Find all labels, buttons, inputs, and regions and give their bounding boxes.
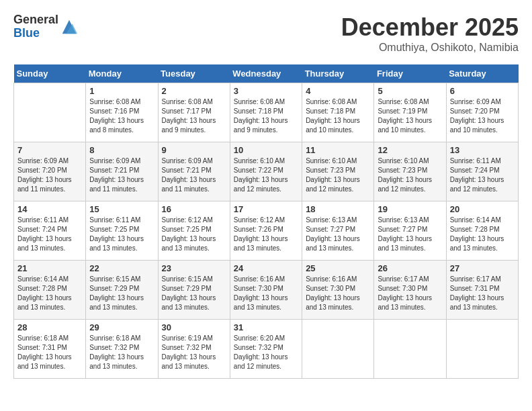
day-number: 20 <box>450 204 515 214</box>
day-info: Sunrise: 6:09 AMSunset: 7:20 PMDaylight:… <box>450 97 515 135</box>
day-info: Sunrise: 6:08 AMSunset: 7:16 PMDaylight:… <box>89 97 154 135</box>
day-info: Sunrise: 6:09 AMSunset: 7:21 PMDaylight:… <box>162 156 226 194</box>
day-info: Sunrise: 6:08 AMSunset: 7:19 PMDaylight:… <box>378 97 442 135</box>
calendar-cell: 29Sunrise: 6:18 AMSunset: 7:32 PMDayligh… <box>86 320 158 379</box>
calendar-cell: 7Sunrise: 6:09 AMSunset: 7:20 PMDaylight… <box>14 142 86 201</box>
calendar-cell: 12Sunrise: 6:10 AMSunset: 7:23 PMDayligh… <box>374 142 446 201</box>
day-number: 3 <box>234 86 298 96</box>
day-number: 8 <box>89 145 154 155</box>
day-info: Sunrise: 6:13 AMSunset: 7:27 PMDaylight:… <box>378 216 442 253</box>
week-row-5: 28Sunrise: 6:18 AMSunset: 7:31 PMDayligh… <box>14 320 519 379</box>
day-number: 28 <box>17 322 82 332</box>
day-number: 11 <box>306 145 370 155</box>
calendar-cell: 9Sunrise: 6:09 AMSunset: 7:21 PMDaylight… <box>158 142 230 201</box>
day-number: 24 <box>234 263 298 273</box>
day-number: 9 <box>162 145 226 155</box>
day-number: 29 <box>89 322 154 332</box>
title-block: December 2025 Omuthiya, Oshikoto, Namibi… <box>341 13 519 54</box>
calendar-cell: 5Sunrise: 6:08 AMSunset: 7:19 PMDaylight… <box>374 83 446 142</box>
calendar-cell: 6Sunrise: 6:09 AMSunset: 7:20 PMDaylight… <box>446 83 518 142</box>
month-title: December 2025 <box>341 13 519 42</box>
logo-icon <box>60 17 79 36</box>
day-number: 31 <box>234 322 298 332</box>
calendar-cell: 24Sunrise: 6:16 AMSunset: 7:30 PMDayligh… <box>230 261 302 320</box>
day-number: 1 <box>89 86 154 96</box>
week-row-2: 7Sunrise: 6:09 AMSunset: 7:20 PMDaylight… <box>14 142 519 201</box>
calendar-cell <box>446 320 518 379</box>
day-number: 19 <box>378 204 442 214</box>
week-row-3: 14Sunrise: 6:11 AMSunset: 7:24 PMDayligh… <box>14 201 519 261</box>
calendar-cell <box>302 320 374 379</box>
calendar-cell: 16Sunrise: 6:12 AMSunset: 7:25 PMDayligh… <box>158 201 230 261</box>
day-info: Sunrise: 6:11 AMSunset: 7:25 PMDaylight:… <box>89 216 154 253</box>
col-header-tuesday: Tuesday <box>158 64 230 83</box>
calendar-cell: 1Sunrise: 6:08 AMSunset: 7:16 PMDaylight… <box>86 83 158 142</box>
logo-blue: Blue <box>13 26 40 40</box>
calendar-cell: 8Sunrise: 6:09 AMSunset: 7:21 PMDaylight… <box>86 142 158 201</box>
col-header-wednesday: Wednesday <box>230 64 302 83</box>
location: Omuthiya, Oshikoto, Namibia <box>341 42 519 54</box>
day-info: Sunrise: 6:18 AMSunset: 7:32 PMDaylight:… <box>89 334 154 371</box>
calendar-cell: 23Sunrise: 6:15 AMSunset: 7:29 PMDayligh… <box>158 261 230 320</box>
day-info: Sunrise: 6:14 AMSunset: 7:28 PMDaylight:… <box>17 275 82 312</box>
calendar-table: SundayMondayTuesdayWednesdayThursdayFrid… <box>13 64 519 379</box>
header-row: SundayMondayTuesdayWednesdayThursdayFrid… <box>14 64 519 83</box>
col-header-friday: Friday <box>374 64 446 83</box>
col-header-thursday: Thursday <box>302 64 374 83</box>
calendar-cell <box>14 83 86 142</box>
day-number: 6 <box>450 86 515 96</box>
day-info: Sunrise: 6:16 AMSunset: 7:30 PMDaylight:… <box>306 275 370 312</box>
logo: General Blue <box>13 13 79 40</box>
day-info: Sunrise: 6:12 AMSunset: 7:26 PMDaylight:… <box>234 216 298 253</box>
day-number: 15 <box>89 204 154 214</box>
day-info: Sunrise: 6:13 AMSunset: 7:27 PMDaylight:… <box>306 216 370 253</box>
calendar-cell: 20Sunrise: 6:14 AMSunset: 7:28 PMDayligh… <box>446 201 518 261</box>
day-number: 13 <box>450 145 515 155</box>
calendar-cell: 14Sunrise: 6:11 AMSunset: 7:24 PMDayligh… <box>14 201 86 261</box>
day-info: Sunrise: 6:10 AMSunset: 7:23 PMDaylight:… <box>306 156 370 194</box>
calendar-cell: 26Sunrise: 6:17 AMSunset: 7:30 PMDayligh… <box>374 261 446 320</box>
day-info: Sunrise: 6:15 AMSunset: 7:29 PMDaylight:… <box>162 275 226 312</box>
day-info: Sunrise: 6:08 AMSunset: 7:18 PMDaylight:… <box>234 97 298 135</box>
day-number: 2 <box>162 86 226 96</box>
day-info: Sunrise: 6:20 AMSunset: 7:32 PMDaylight:… <box>234 334 298 371</box>
day-info: Sunrise: 6:09 AMSunset: 7:20 PMDaylight:… <box>17 156 82 194</box>
calendar-cell: 21Sunrise: 6:14 AMSunset: 7:28 PMDayligh… <box>14 261 86 320</box>
day-info: Sunrise: 6:18 AMSunset: 7:31 PMDaylight:… <box>17 334 82 371</box>
day-number: 23 <box>162 263 226 273</box>
calendar-cell: 4Sunrise: 6:08 AMSunset: 7:18 PMDaylight… <box>302 83 374 142</box>
day-number: 14 <box>17 204 82 214</box>
day-number: 16 <box>162 204 226 214</box>
col-header-monday: Monday <box>86 64 158 83</box>
day-info: Sunrise: 6:14 AMSunset: 7:28 PMDaylight:… <box>450 216 515 253</box>
calendar-cell: 11Sunrise: 6:10 AMSunset: 7:23 PMDayligh… <box>302 142 374 201</box>
day-number: 25 <box>306 263 370 273</box>
calendar-cell: 10Sunrise: 6:10 AMSunset: 7:22 PMDayligh… <box>230 142 302 201</box>
page-header: General Blue December 2025 Omuthiya, Osh… <box>13 13 519 54</box>
day-number: 10 <box>234 145 298 155</box>
day-info: Sunrise: 6:10 AMSunset: 7:22 PMDaylight:… <box>234 156 298 194</box>
day-number: 7 <box>17 145 82 155</box>
day-info: Sunrise: 6:16 AMSunset: 7:30 PMDaylight:… <box>234 275 298 312</box>
calendar-cell: 17Sunrise: 6:12 AMSunset: 7:26 PMDayligh… <box>230 201 302 261</box>
week-row-1: 1Sunrise: 6:08 AMSunset: 7:16 PMDaylight… <box>14 83 519 142</box>
week-row-4: 21Sunrise: 6:14 AMSunset: 7:28 PMDayligh… <box>14 261 519 320</box>
day-info: Sunrise: 6:19 AMSunset: 7:32 PMDaylight:… <box>162 334 226 371</box>
day-info: Sunrise: 6:17 AMSunset: 7:31 PMDaylight:… <box>450 275 515 312</box>
day-number: 17 <box>234 204 298 214</box>
day-number: 5 <box>378 86 442 96</box>
calendar-cell: 15Sunrise: 6:11 AMSunset: 7:25 PMDayligh… <box>86 201 158 261</box>
day-number: 30 <box>162 322 226 332</box>
calendar-cell: 19Sunrise: 6:13 AMSunset: 7:27 PMDayligh… <box>374 201 446 261</box>
day-number: 12 <box>378 145 442 155</box>
day-info: Sunrise: 6:11 AMSunset: 7:24 PMDaylight:… <box>450 156 515 194</box>
calendar-cell: 30Sunrise: 6:19 AMSunset: 7:32 PMDayligh… <box>158 320 230 379</box>
day-info: Sunrise: 6:08 AMSunset: 7:17 PMDaylight:… <box>162 97 226 135</box>
day-info: Sunrise: 6:09 AMSunset: 7:21 PMDaylight:… <box>89 156 154 194</box>
logo-general: General <box>13 13 58 26</box>
day-info: Sunrise: 6:12 AMSunset: 7:25 PMDaylight:… <box>162 216 226 253</box>
day-info: Sunrise: 6:15 AMSunset: 7:29 PMDaylight:… <box>89 275 154 312</box>
day-number: 27 <box>450 263 515 273</box>
col-header-sunday: Sunday <box>14 64 86 83</box>
calendar-cell: 18Sunrise: 6:13 AMSunset: 7:27 PMDayligh… <box>302 201 374 261</box>
